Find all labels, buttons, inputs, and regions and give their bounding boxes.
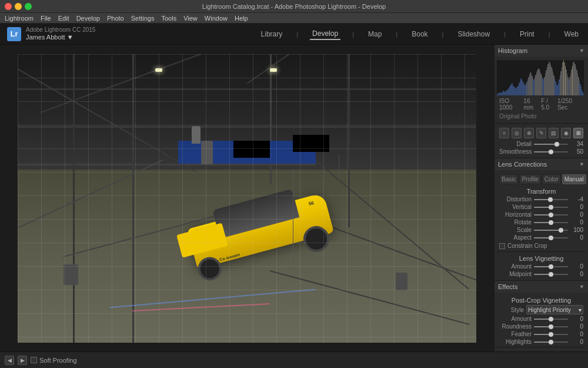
close-button[interactable] [5, 3, 12, 10]
effects-title: Effects [498, 283, 517, 290]
figure [192, 126, 201, 144]
feather-row: Feather 0 [497, 330, 586, 338]
tab-color[interactable]: Color [542, 174, 561, 184]
horizontal-slider[interactable] [534, 214, 568, 216]
menubar: Lightroom File Edit Develop Photo Settin… [0, 13, 588, 24]
style-row: Style Highlight Priority ▾ [497, 304, 586, 315]
lens-vignetting-title: Lens Vignetting [497, 253, 586, 263]
lens-corrections-header[interactable]: Lens Corrections ▼ [495, 158, 588, 170]
aspect-slider[interactable] [534, 237, 568, 238]
lens-chevron: ▼ [579, 161, 584, 167]
user-name[interactable]: James Abbott ▼ [26, 34, 95, 41]
iso-value: ISO 1000 [499, 98, 523, 111]
menu-file[interactable]: File [41, 15, 51, 22]
nav-book[interactable]: Book [409, 29, 430, 39]
style-label: Style [499, 307, 524, 313]
aspect-row: Aspect 0 [497, 234, 586, 241]
detail-slider[interactable] [534, 144, 568, 145]
menu-develop[interactable]: Develop [76, 15, 100, 22]
nav-develop[interactable]: Develop [310, 28, 340, 40]
histogram-section: Histogram ▼ ISO 1000 16 mm F / 5.0 1/250… [495, 45, 588, 124]
module-links: Library | Develop | Map | Book | Slidesh… [259, 28, 581, 40]
tool-row: ⌗ ◎ ⊕ ✎ ▤ ◉ ⊞ [497, 126, 586, 140]
aperture-value: F / 5.0 [541, 98, 557, 111]
smoothness-slider-row: Smoothness 50 [497, 148, 586, 155]
traffic-lights [5, 3, 32, 10]
nav-map[interactable]: Map [366, 29, 384, 39]
fullscreen-button[interactable] [25, 3, 32, 10]
censor-rect [293, 135, 329, 152]
photo-canvas[interactable]: MICHELIN 56 Co ouware [0, 45, 494, 352]
highlights-slider[interactable] [534, 342, 568, 343]
menu-tools[interactable]: Tools [161, 15, 176, 22]
window-title: Lightroom Catalog.lrcat - Adobe Photosho… [202, 3, 386, 10]
roundness-slider[interactable] [534, 326, 568, 327]
menu-lightroom[interactable]: Lightroom [5, 15, 34, 22]
detail-tool[interactable]: ⊞ [573, 128, 583, 138]
redeye-tool[interactable]: ⊕ [524, 128, 534, 138]
heal-tool[interactable]: ◎ [512, 128, 522, 138]
cable [293, 170, 293, 271]
radial-tool[interactable]: ◉ [561, 128, 571, 138]
tab-profile[interactable]: Profile [519, 174, 540, 184]
vignette-midpoint-label: Midpoint [499, 271, 532, 277]
lr-logo: Lr [7, 27, 21, 41]
next-photo-arrow[interactable]: ▶ [18, 356, 27, 365]
distortion-slider[interactable] [534, 199, 568, 200]
brush-tool[interactable]: ✎ [536, 128, 546, 138]
tab-basic[interactable]: Basic [499, 174, 518, 184]
rotate-value: 0 [570, 219, 583, 226]
style-select[interactable]: Highlight Priority ▾ [526, 305, 583, 314]
menu-help[interactable]: Help [235, 15, 248, 22]
soft-proofing-label: Soft Proofing [39, 357, 77, 364]
feather-slider[interactable] [534, 334, 568, 335]
camera-info: ISO 1000 16 mm F / 5.0 1/250 Sec [497, 97, 586, 112]
car-sponsor: Co ouware [219, 243, 276, 262]
prev-photo-arrow[interactable]: ◀ [5, 356, 14, 365]
smoothness-label: Smoothness [499, 148, 532, 155]
highlights-value: 0 [570, 339, 583, 345]
highlights-row: Highlights 0 [497, 338, 586, 346]
soft-proofing-checkbox[interactable] [31, 357, 37, 363]
steel-beam [73, 54, 75, 343]
tab-manual[interactable]: Manual [562, 174, 586, 184]
menu-edit[interactable]: Edit [58, 15, 69, 22]
separator [497, 251, 586, 252]
gradient-tool[interactable]: ▤ [549, 128, 559, 138]
vertical-slider[interactable] [534, 207, 568, 208]
fx-amount-slider[interactable] [534, 319, 568, 320]
nav-slideshow[interactable]: Slideshow [455, 29, 492, 39]
vertical-value: 0 [570, 204, 583, 210]
nav-library[interactable]: Library [259, 29, 285, 39]
steel-beam [132, 54, 134, 343]
figure [396, 273, 407, 290]
effects-chevron: ▼ [579, 284, 584, 290]
menu-view[interactable]: View [183, 15, 198, 22]
app-name: Adobe Lightroom CC 2015 [26, 26, 95, 34]
menu-photo[interactable]: Photo [107, 15, 124, 22]
menu-window[interactable]: Window [205, 15, 228, 22]
horizontal-row: Horizontal 0 [497, 211, 586, 218]
smoothness-slider[interactable] [534, 151, 568, 152]
steel-beam [18, 88, 476, 90]
histogram-header[interactable]: Histogram ▼ [495, 45, 588, 57]
crop-tool[interactable]: ⌗ [499, 128, 509, 138]
vignette-amount-slider[interactable] [534, 266, 568, 267]
rotate-slider[interactable] [534, 222, 568, 223]
vignette-midpoint-value: 0 [570, 271, 583, 277]
vertical-label: Vertical [499, 204, 532, 210]
vignette-midpoint-slider[interactable] [534, 274, 568, 275]
distortion-label: Distortion [499, 196, 532, 203]
scale-slider[interactable] [534, 230, 568, 231]
histogram-graph [497, 60, 584, 95]
nav-web[interactable]: Web [562, 29, 581, 39]
constrain-crop-checkbox[interactable] [499, 243, 505, 249]
vignette-amount-value: 0 [570, 263, 583, 270]
focal-value: 16 mm [523, 98, 541, 111]
bottombar-left: ◀ ▶ Soft Proofing [5, 356, 77, 365]
menu-settings[interactable]: Settings [131, 15, 155, 22]
effects-header[interactable]: Effects ▼ [495, 281, 588, 293]
lens-tabs: Basic Profile Color Manual [497, 173, 586, 186]
nav-print[interactable]: Print [517, 29, 537, 39]
minimize-button[interactable] [15, 3, 22, 10]
